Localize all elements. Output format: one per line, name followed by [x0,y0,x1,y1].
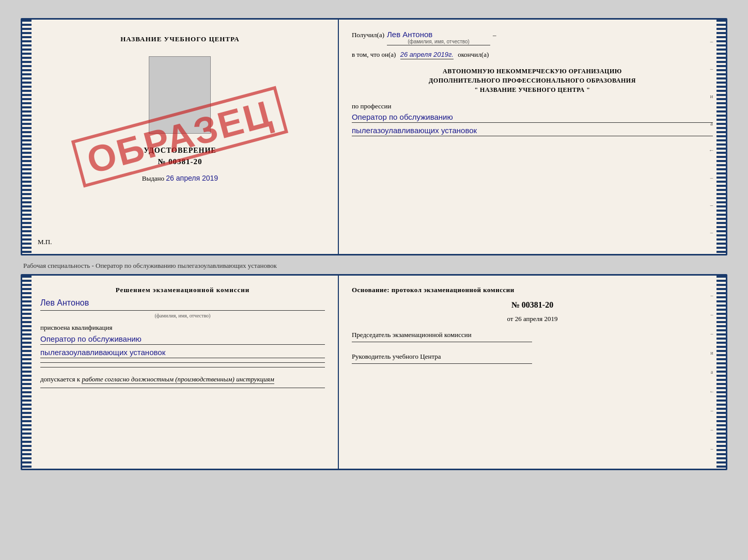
issued-label: Выдано [142,174,164,182]
separator-text: Рабочая специальность - Оператор по обсл… [21,262,727,270]
qualification-label: присвоена квалификация [40,324,325,332]
bottom-doc-left: Решением экзаменационной комиссии Лев Ан… [22,276,339,469]
received-label: Получил(а) [352,31,384,39]
received-row: Получил(а) Лев Антонов (фамилия, имя, от… [352,30,713,45]
org-line1: АВТОНОМНУЮ НЕКОММЕРЧЕСКУЮ ОРГАНИЗАЦИЮ [352,67,713,76]
qual-line2: пылегазоулавливающих установок [40,348,325,358]
received-name: Лев Антонов (фамилия, имя, отчество) [387,30,490,45]
sm7: – [710,202,713,208]
chairman-line [352,342,533,342]
director-label: Руководитель учебного Центра [352,353,713,361]
sm8: – [710,229,713,235]
cert-type: УДОСТОВЕРЕНИЕ [144,147,216,155]
top-left-title: НАЗВАНИЕ УЧЕБНОГО ЦЕНТРА [120,35,240,43]
name-underline [40,310,325,311]
protocol-date: от 26 апреля 2019 [352,315,713,323]
page-container: НАЗВАНИЕ УЧЕБНОГО ЦЕНТРА УДОСТОВЕРЕНИЕ №… [10,10,738,478]
top-doc-left: НАЗВАНИЕ УЧЕБНОГО ЦЕНТРА УДОСТОВЕРЕНИЕ №… [22,20,339,254]
bottom-person-name: Лев Антонов [40,298,325,308]
qual-underline1 [40,362,325,363]
dash1: – [493,31,496,39]
issued-date: 26 апреля 2019 [166,174,218,182]
bottom-document: Решением экзаменационной комиссии Лев Ан… [21,274,727,470]
completed-prefix: в том, что он(а) [352,51,396,58]
side-marks-bottom: – – – и а ← – – – [709,276,714,469]
protocol-date-prefix: от [507,315,513,323]
chairman-label: Председатель экзаменационной комиссии [352,331,713,339]
top-doc-right: Получил(а) Лев Антонов (фамилия, имя, от… [339,20,726,254]
bsm1: – [710,293,713,298]
received-name-text: Лев Антонов [387,30,432,39]
fio-sublabel-top: (фамилия, имя, отчество) [387,39,490,44]
bottom-doc-right: Основание: протокол экзаменационной коми… [339,276,726,469]
admission-row: допускается к работе согласно должностны… [40,375,325,383]
mp-label: М.П. [38,238,52,246]
completed-date: 26 апреля 2019г. [400,51,454,59]
basis-title: Основание: протокол экзаменационной коми… [352,286,713,294]
admission-underline [40,388,325,388]
completed-suffix: окончил(а) [458,51,489,58]
side-marks-top: – – и а ← – – – [709,20,714,254]
fio-sublabel-bottom: (фамилия, имя, отчество) [40,313,325,318]
org-name-block: АВТОНОМНУЮ НЕКОММЕРЧЕСКУЮ ОРГАНИЗАЦИЮ ДО… [352,67,713,94]
cert-issued: Выдано 26 апреля 2019 [142,174,218,183]
profession-line1: Оператор по обслуживанию [352,113,713,123]
profession-line2: пылегазоулавливающих установок [352,126,713,136]
bsm7: – [710,408,713,413]
admission-label: допускается к [40,375,80,383]
qual-line1: Оператор по обслуживанию [40,334,325,345]
bsm4: и [710,350,713,356]
bsm3: – [710,331,713,337]
director-line [352,363,533,364]
org-line2: ДОПОЛНИТЕЛЬНОГО ПРОФЕССИОНАЛЬНОГО ОБРАЗО… [352,76,713,85]
admission-text: работе согласно должностным (производств… [82,375,274,384]
bsm5: а [711,369,713,375]
completed-row: в том, что он(а) 26 апреля 2019г. окончи… [352,51,713,59]
bsm8: – [710,427,713,433]
org-line3: " НАЗВАНИЕ УЧЕБНОГО ЦЕНТРА " [352,85,713,94]
protocol-date-value: 26 апреля 2019 [515,315,558,323]
sm4: а [710,120,713,126]
bsm9: – [710,446,713,452]
protocol-number: № 00381-20 [352,300,713,310]
top-document: НАЗВАНИЕ УЧЕБНОГО ЦЕНТРА УДОСТОВЕРЕНИЕ №… [21,18,727,255]
decision-title: Решением экзаменационной комиссии [40,286,325,294]
sm3: и [710,93,713,99]
photo-placeholder [149,56,211,134]
sm5: ← [709,147,714,153]
bsm6: ← [709,389,714,394]
profession-label: по профессии [352,102,713,110]
sm1: – [710,38,713,44]
cert-number: № 00381-20 [158,157,202,166]
bsm2: – [710,312,713,317]
sm6: – [710,174,713,181]
qual-underline2 [40,367,325,367]
sm2: – [710,66,713,72]
